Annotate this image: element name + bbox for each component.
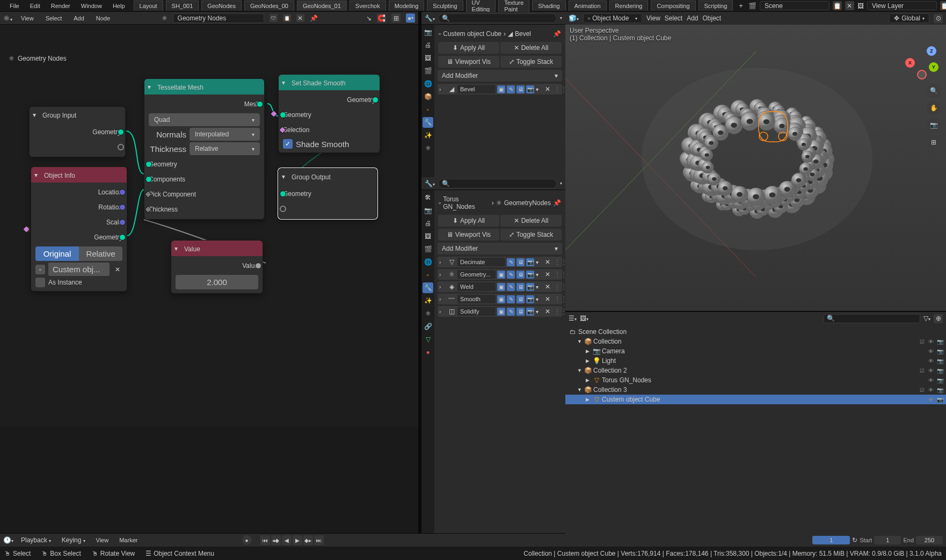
- tree-item[interactable]: ▶ ▽ Custem object Cube 👁 📷: [565, 395, 946, 404]
- workspace-tab[interactable]: SH_001: [166, 1, 199, 11]
- modifier-name-field[interactable]: Bevel: [457, 85, 496, 93]
- viewlayer-selector[interactable]: View Layer: [867, 1, 937, 10]
- value-field[interactable]: 2.000: [176, 275, 258, 289]
- overlay-toggle[interactable]: ⊞: [391, 13, 401, 23]
- tab-viewlayer[interactable]: 🖼: [423, 53, 433, 63]
- modifier-name-field[interactable]: Solidify: [457, 307, 496, 316]
- toggle-render-icon[interactable]: 📷: [526, 85, 534, 93]
- drag-handle-icon[interactable]: ⋮⋮: [554, 258, 561, 266]
- collapse-icon[interactable]: ▾: [282, 173, 285, 180]
- object-reference-field[interactable]: Custem obj...: [48, 263, 110, 276]
- pan-gizmo-icon[interactable]: ✋: [927, 101, 941, 115]
- tab-render[interactable]: 📷: [423, 27, 433, 38]
- editor-type-icon[interactable]: 🔧▾: [425, 180, 435, 187]
- toggle-render-icon[interactable]: 📷: [526, 295, 534, 303]
- pin-icon[interactable]: 📌: [553, 30, 561, 38]
- modifier-menu-icon[interactable]: ▾: [536, 86, 543, 92]
- arrow-icon[interactable]: ↘: [366, 14, 372, 22]
- socket-bool-in[interactable]: [270, 110, 278, 117]
- delete-all-button[interactable]: ✕Delete All: [500, 42, 562, 54]
- socket-geometry-out[interactable]: [119, 234, 126, 241]
- expand-modifier-icon[interactable]: ›: [439, 86, 446, 92]
- toggle-render-icon[interactable]: 📷: [526, 258, 534, 266]
- node-set-shade-smooth[interactable]: ▾Set Shade Smooth Geometry Geometry Sele…: [278, 74, 380, 153]
- object-icon[interactable]: ▫: [35, 265, 45, 274]
- tab-viewlayer[interactable]: 🖼: [423, 231, 433, 242]
- viewport-menu-view[interactable]: View: [646, 14, 660, 22]
- hide-viewport-icon[interactable]: 👁: [927, 367, 935, 374]
- pin-icon[interactable]: 📌: [553, 199, 561, 207]
- properties-search[interactable]: 🔍: [438, 13, 557, 23]
- options-icon[interactable]: ▾: [560, 181, 562, 186]
- toggle-stack-button[interactable]: ⤢Toggle Stack: [500, 229, 562, 241]
- toggle-viewport-icon[interactable]: 🖥: [516, 283, 525, 291]
- modifier-menu-icon[interactable]: ▾: [536, 259, 543, 265]
- toggle-viewport-icon[interactable]: 🖥: [516, 295, 525, 303]
- play-reverse-button[interactable]: ◀: [282, 535, 292, 545]
- perspective-gizmo-icon[interactable]: ⊞: [927, 135, 941, 149]
- timeline-menu-keying[interactable]: Keying ▾: [59, 535, 89, 545]
- toggle-edit-icon[interactable]: ✎: [507, 308, 515, 316]
- navigation-gizmo[interactable]: Z X Y: [905, 46, 938, 79]
- prev-keyframe-button[interactable]: ◂◆: [271, 535, 281, 545]
- tab-world[interactable]: 🌐: [423, 78, 433, 89]
- node-menu-node[interactable]: Node: [93, 14, 113, 23]
- editor-type-icon[interactable]: ☰▾: [569, 315, 577, 322]
- viewport-menu-select[interactable]: Select: [665, 14, 682, 22]
- expand-icon[interactable]: ▼: [577, 339, 584, 344]
- socket-geometry-out[interactable]: [257, 101, 263, 107]
- tab-scene[interactable]: 🎬: [423, 244, 433, 254]
- start-frame-field[interactable]: 1: [874, 536, 901, 544]
- new-collection-button[interactable]: ⊕: [934, 314, 943, 323]
- expand-modifier-icon[interactable]: ›: [439, 272, 446, 278]
- scene-delete-button[interactable]: ✕: [845, 1, 854, 10]
- axis-x[interactable]: X: [905, 58, 915, 68]
- drag-handle-icon[interactable]: ⋮⋮: [554, 271, 561, 278]
- orientation-selector[interactable]: ✥Global▾: [889, 13, 929, 23]
- hide-viewport-icon[interactable]: 👁: [927, 347, 935, 355]
- menu-render[interactable]: Render: [47, 1, 75, 11]
- properties-search[interactable]: 🔍: [438, 179, 557, 188]
- filter-icon[interactable]: ▽▾: [923, 315, 930, 322]
- transform-space-toggle[interactable]: Original Relative: [35, 246, 122, 261]
- node-menu-view[interactable]: View: [18, 14, 37, 23]
- modifier-menu-icon[interactable]: ▾: [536, 296, 543, 302]
- end-frame-field[interactable]: 250: [916, 536, 943, 544]
- drag-handle-icon[interactable]: ⋮⋮: [554, 283, 561, 290]
- toggle-edit-icon[interactable]: ✎: [507, 283, 515, 291]
- viewport-canvas[interactable]: User Perspective (1) Collection | Custem…: [565, 25, 946, 311]
- toggle-cage-icon[interactable]: ▣: [497, 271, 505, 279]
- overlay-dropdown[interactable]: ●▾: [406, 13, 415, 23]
- modifier-menu-icon[interactable]: ▾: [536, 272, 543, 278]
- tab-modifiers[interactable]: 🔧: [423, 282, 433, 293]
- apply-all-button[interactable]: ⬇Apply All: [438, 215, 499, 227]
- socket-vector-out[interactable]: [119, 204, 126, 210]
- mode-selector[interactable]: ▫Object Mode▾: [583, 13, 642, 23]
- tab-data[interactable]: ▽: [423, 334, 433, 345]
- nodetree-selector[interactable]: Geometry Nodes: [173, 13, 264, 23]
- jump-end-button[interactable]: ⏭: [314, 535, 324, 545]
- socket-geometry-in[interactable]: [280, 191, 286, 197]
- options-icon[interactable]: ▾: [560, 16, 562, 20]
- add-modifier-dropdown[interactable]: Add Modifier▾: [438, 70, 562, 82]
- workspace-tab[interactable]: Rendering: [609, 1, 649, 11]
- next-keyframe-button[interactable]: ◆▸: [303, 535, 313, 545]
- collapse-icon[interactable]: ▾: [34, 171, 38, 179]
- node-menu-add[interactable]: Add: [70, 14, 88, 23]
- toggle-viewport-icon[interactable]: 🖥: [516, 271, 525, 279]
- pin-button[interactable]: 📌: [310, 14, 318, 23]
- socket-geometry-out[interactable]: [118, 129, 124, 135]
- nodetree-unlink-button[interactable]: ✕: [296, 14, 304, 22]
- menu-file[interactable]: File: [5, 1, 24, 11]
- collapse-icon[interactable]: ▾: [148, 83, 151, 91]
- tab-modifiers[interactable]: 🔧: [423, 117, 433, 128]
- toggle-edit-icon[interactable]: ✎: [507, 271, 515, 279]
- node-object-info[interactable]: ▾Object Info Location Rotation Scale Geo…: [31, 166, 127, 292]
- tab-object[interactable]: ▫: [423, 104, 433, 115]
- tab-render[interactable]: 📷: [423, 205, 433, 216]
- socket-geometry-in[interactable]: [145, 176, 152, 183]
- socket-vector-out[interactable]: [119, 189, 126, 195]
- editor-type-icon[interactable]: 🧊▾: [569, 14, 579, 22]
- menu-help[interactable]: Help: [108, 1, 129, 11]
- play-button[interactable]: ▶: [293, 535, 302, 545]
